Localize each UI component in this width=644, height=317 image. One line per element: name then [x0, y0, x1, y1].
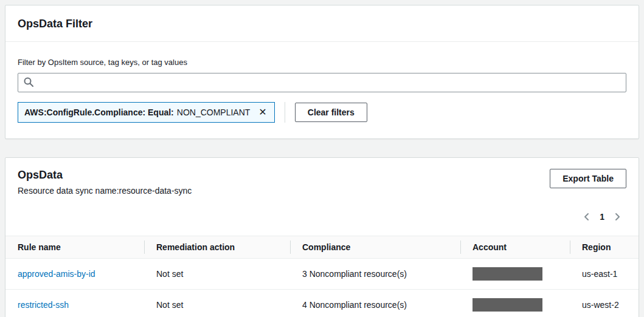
chip-close-icon[interactable]: ✕	[257, 107, 268, 117]
search-icon	[24, 77, 33, 87]
column-header-compliance: Compliance	[290, 236, 460, 259]
opsdata-subtitle: Resource data sync name:resource-data-sy…	[18, 186, 192, 196]
filter-by-label: Filter by OpsItem source, tag keys, or t…	[18, 58, 626, 67]
export-table-button[interactable]: Export Table	[550, 169, 626, 188]
filter-card-title: OpsData Filter	[18, 18, 626, 30]
filter-search-input[interactable]	[18, 73, 626, 92]
filter-card-body: Filter by OpsItem source, tag keys, or t…	[5, 42, 639, 138]
pagination-current-page[interactable]: 1	[600, 212, 604, 222]
applied-filters-row: AWS:ConfigRule.Compliance: Equal: NON_CO…	[18, 102, 626, 123]
remediation-action-cell: Not set	[144, 259, 290, 290]
redacted-account-value	[473, 298, 542, 312]
search-box	[18, 73, 626, 92]
pagination-next-icon[interactable]	[612, 211, 623, 222]
column-header-rule-name: Rule name	[5, 236, 144, 259]
pagination-prev-icon[interactable]	[581, 211, 592, 222]
account-cell	[460, 290, 570, 317]
opsdata-filter-card: OpsData Filter Filter by OpsItem source,…	[5, 5, 639, 139]
table-row: approved-amis-by-id Not set 3 Noncomplia…	[5, 259, 639, 290]
compliance-cell: 4 Noncompliant resource(s)	[290, 290, 460, 317]
opsdata-title: OpsData	[18, 169, 192, 182]
opsdata-card: OpsData Resource data sync name:resource…	[5, 157, 639, 317]
clear-filters-button[interactable]: Clear filters	[295, 103, 367, 122]
column-header-account: Account	[460, 236, 570, 259]
table-header-row: Rule name Remediation action Compliance …	[5, 236, 639, 259]
remediation-action-cell: Not set	[144, 290, 290, 317]
pagination: 1	[5, 196, 639, 222]
page: { "colors": { "page_background": "#f2f3f…	[0, 0, 644, 317]
filter-chip: AWS:ConfigRule.Compliance: Equal: NON_CO…	[18, 102, 275, 123]
rule-name-cell: restricted-ssh	[5, 290, 144, 317]
filter-chip-key: AWS:ConfigRule.Compliance: Equal:	[24, 107, 174, 117]
region-cell: us-west-2	[570, 290, 639, 317]
rule-name-link[interactable]: approved-amis-by-id	[18, 269, 95, 279]
rule-name-cell: approved-amis-by-id	[5, 259, 144, 290]
opsdata-heading-group: OpsData Resource data sync name:resource…	[18, 169, 192, 196]
filter-chip-value: NON_COMPLIANT	[177, 107, 251, 117]
opsdata-table: Rule name Remediation action Compliance …	[5, 236, 639, 317]
opsdata-card-header: OpsData Resource data sync name:resource…	[5, 158, 639, 196]
rule-name-link[interactable]: restricted-ssh	[18, 300, 69, 310]
filter-card-header: OpsData Filter	[5, 5, 639, 42]
column-header-region: Region	[570, 236, 639, 259]
account-cell	[460, 259, 570, 290]
compliance-cell: 3 Noncompliant resource(s)	[290, 259, 460, 290]
redacted-account-value	[473, 267, 542, 281]
region-cell: us-east-1	[570, 259, 639, 290]
vertical-divider	[285, 102, 285, 123]
table-row: restricted-ssh Not set 4 Noncompliant re…	[5, 290, 639, 317]
column-header-remediation-action: Remediation action	[144, 236, 290, 259]
